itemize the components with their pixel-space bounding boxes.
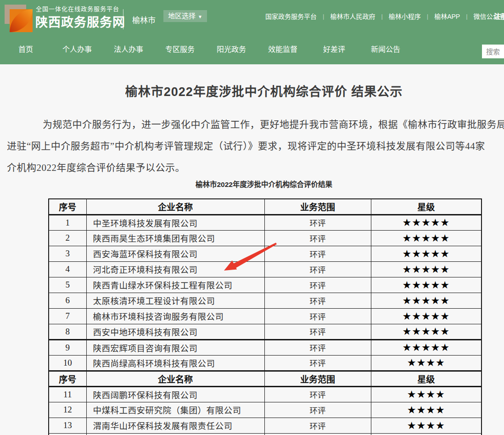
table-row: 4河北奇正环境科技有限公司环评★★★★★ (49, 261, 482, 277)
cell-name: 陕西青山绿水环保科技工程有限公司 (86, 277, 264, 293)
page: { "header": { "platform_label": "全国一体化在线… (0, 0, 504, 435)
cell-stars: ★★★★★ (371, 339, 482, 355)
cell-stars: ★★★★★ (371, 246, 482, 261)
announcement-paragraph: 为规范中介服务行为，进一步强化中介监管工作，更好地提升我市营商环境，根据《榆林市… (7, 114, 504, 179)
nav-item-supervision[interactable]: 效能监督 (257, 42, 308, 57)
cell-name: 西安海蓝环保科技有限公司 (86, 246, 264, 261)
cell-no: 5 (49, 277, 86, 293)
table-row: 5陕西青山绿水环保科技工程有限公司环评★★★★★ (49, 277, 482, 293)
cell-name: 榆林市环境科技咨询服务有限公司 (86, 308, 264, 324)
cell-stars: ★★★★ (371, 402, 482, 418)
cell-name: 中圣环境科技发展有限公司 (86, 215, 264, 230)
current-city-label: 榆林市 (132, 14, 156, 25)
site-name: 陕西政务服务网 (35, 12, 125, 30)
table-row-partial (49, 433, 482, 435)
nav-item-zone-services[interactable]: 专区服务 (154, 42, 206, 57)
cell-no: 3 (49, 246, 86, 261)
register-link[interactable]: 注册 (494, 11, 504, 21)
nav-item-news[interactable]: 新闻公告 (360, 42, 411, 57)
cell-stars: ★★★★★ (371, 293, 482, 308)
cell-scope: 环评 (264, 246, 371, 261)
chevron-down-icon: ▼ (198, 14, 202, 19)
table-row: 10陕西尚绿高科环境科技有限公司环评★★★★ (49, 355, 482, 371)
table-row: 6太原核清环境工程设计有限公司环评★★★★★ (49, 293, 482, 308)
cell-stars: ★★★★ (371, 386, 482, 402)
cell-name: 陕西阔鹏环保科技有限公司 (86, 386, 264, 402)
paragraph-line: 介机构2022年度综合评价结果予以公示。 (7, 157, 504, 179)
cell-scope: 环评 (264, 215, 371, 230)
cell-name: 陕西宏辉项目咨询有限公司 (86, 339, 264, 355)
cell-stars: ★★★★★ (371, 230, 482, 246)
cell-name: 渭南华山环保科技发展有限责任公司 (86, 418, 264, 433)
link-separator: | (381, 13, 382, 20)
nav-item-open-gov[interactable]: 阳光政务 (206, 42, 257, 57)
cell-scope: 环评 (264, 308, 371, 324)
nav-item-home[interactable]: 首页 (0, 42, 51, 57)
announcement-article: 榆林市2022年度涉批中介机构综合评价 结果公示 为规范中介服务行为，进一步强化… (0, 64, 504, 435)
cell-name: 陕西尚绿高科环境科技有限公司 (86, 355, 264, 371)
cell-no: 8 (49, 324, 86, 339)
top-link-mini-program[interactable]: 榆林小程序 (389, 11, 421, 21)
cell-no: 6 (49, 293, 86, 308)
table-row: 2陕西雨昊生态环境集团有限公司环评★★★★★ (49, 230, 482, 246)
cell-name: 中煤科工西安研究院（集团）有限公司 (86, 402, 264, 418)
top-link-national-platform[interactable]: 国家政务服务平台 (265, 11, 317, 21)
table-row: 13渭南华山环保科技发展有限责任公司环评★★★★ (49, 418, 482, 433)
site-logo-icon (4, 3, 35, 35)
eval-table-body: 序号企业名称业务范围星级1中圣环境科技发展有限公司环评★★★★★2陕西雨昊生态环… (49, 199, 482, 435)
cell-stars: ★★★★★ (371, 215, 482, 230)
table-row: 12中煤科工西安研究院（集团）有限公司环评★★★★ (49, 402, 482, 418)
table-row: 1中圣环境科技发展有限公司环评★★★★★ (49, 215, 482, 230)
column-header: 业务范围 (264, 199, 371, 215)
main-nav: 首页 个人办事 法人办事 专区服务 阳光政务 效能监督 好差评 新闻公告 (0, 42, 411, 57)
cell-name: 西安中地环境科技有限公司 (86, 324, 264, 339)
cell-no: 13 (49, 418, 86, 433)
paragraph-line: 为规范中介服务行为，进一步强化中介监管工作，更好地提升我市营商环境，根据《榆林市… (7, 114, 504, 136)
top-link-city-government[interactable]: 榆林市人民政府 (330, 11, 375, 21)
region-selector-label: 地区选择 (168, 12, 196, 20)
cell-stars: ★★★★★ (371, 277, 482, 293)
column-header: 企业名称 (86, 371, 264, 386)
column-header: 序号 (49, 199, 86, 215)
table-header-row: 序号企业名称业务范围星级 (49, 199, 482, 215)
column-header: 企业名称 (86, 199, 264, 215)
cell-no: 11 (49, 386, 86, 402)
site-header: 全国一体化在线政务服务平台 陕西政务服务网 榆林市 地区选择▼ 国家政务服务平台… (0, 0, 504, 64)
cell-scope: 环评 (264, 277, 371, 293)
column-header: 序号 (49, 371, 86, 386)
cell-stars: ★★★★ (371, 355, 482, 371)
region-selector-button[interactable]: 地区选择▼ (163, 10, 207, 22)
link-separator: | (466, 13, 467, 20)
cell-name: 太原核清环境工程设计有限公司 (86, 293, 264, 308)
cell-stars: ★★★★★ (371, 261, 482, 277)
nav-item-personal[interactable]: 个人办事 (51, 42, 103, 57)
page-title: 榆林市2022年度涉批中介机构综合评价 结果公示 (0, 82, 504, 100)
nav-item-rating[interactable]: 好差评 (308, 42, 360, 57)
table-row: 11陕西阔鹏环保科技有限公司环评★★★★ (49, 386, 482, 402)
cell-scope: 环评 (264, 324, 371, 339)
column-header: 业务范围 (264, 371, 371, 386)
top-link-app[interactable]: 榆林APP (434, 11, 460, 21)
cell-scope: 环评 (264, 355, 371, 371)
table-row: 9陕西宏辉项目咨询有限公司环评★★★★★ (49, 339, 482, 355)
cell-no: 4 (49, 261, 86, 277)
cell-scope: 环评 (264, 293, 371, 308)
cell-scope: 环评 (264, 402, 371, 418)
cell-no: 2 (49, 230, 86, 246)
nav-item-corporate[interactable]: 法人办事 (103, 42, 154, 57)
cell-scope: 环评 (264, 339, 371, 355)
table-row: 3西安海蓝环保科技有限公司环评★★★★★ (49, 246, 482, 261)
link-separator: | (427, 13, 428, 20)
search-input[interactable] (482, 45, 504, 58)
cell-scope: 环评 (264, 386, 371, 402)
cell-name: 陕西雨昊生态环境集团有限公司 (86, 230, 264, 246)
cell-no: 10 (49, 355, 86, 371)
table-caption: 榆林市2022年度涉批中介机构综合评价结果 (0, 179, 504, 189)
cell-stars: ★★★★★ (371, 308, 482, 324)
cell-stars: ★★★★★ (371, 324, 482, 339)
cell-name: 河北奇正环境科技有限公司 (86, 261, 264, 277)
empty-cell (86, 433, 264, 435)
column-header: 星级 (371, 371, 482, 386)
cell-no: 7 (49, 308, 86, 324)
column-header: 星级 (371, 199, 482, 215)
